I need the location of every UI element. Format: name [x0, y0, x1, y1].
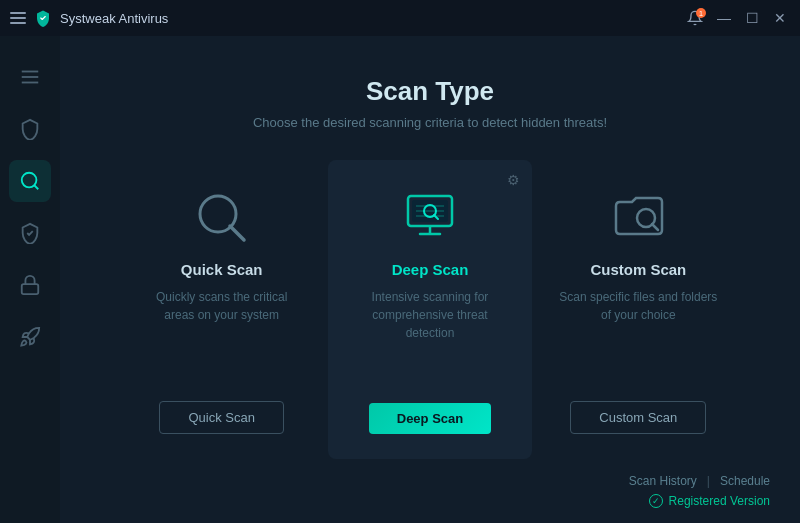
- registered-label: Registered Version: [669, 494, 770, 508]
- content-area: Scan Type Choose the desired scanning cr…: [60, 36, 800, 523]
- custom-scan-button[interactable]: Custom Scan: [570, 401, 706, 434]
- settings-gear-icon[interactable]: ⚙: [507, 172, 520, 188]
- custom-scan-icon: [603, 185, 673, 245]
- sidebar-item-menu[interactable]: [9, 56, 51, 98]
- close-button[interactable]: ✕: [770, 8, 790, 28]
- quick-scan-icon: [187, 185, 257, 245]
- svg-line-4: [34, 185, 38, 189]
- main-layout: Scan Type Choose the desired scanning cr…: [0, 36, 800, 523]
- page-subtitle: Choose the desired scanning criteria to …: [80, 115, 780, 130]
- sidebar: [0, 36, 60, 523]
- registered-badge: ✓ Registered Version: [649, 494, 770, 508]
- deep-scan-card: ⚙: [328, 160, 531, 459]
- deep-scan-desc: Intensive scanning for comprehensive thr…: [348, 288, 511, 381]
- custom-scan-card: Custom Scan Scan specific files and fold…: [537, 160, 740, 459]
- sidebar-item-rocket[interactable]: [9, 316, 51, 358]
- quick-scan-desc: Quickly scans the critical areas on your…: [140, 288, 303, 379]
- page-header: Scan Type Choose the desired scanning cr…: [60, 36, 800, 160]
- sidebar-item-check[interactable]: [9, 212, 51, 254]
- quick-scan-card: Quick Scan Quickly scans the critical ar…: [120, 160, 323, 459]
- sidebar-item-shield[interactable]: [9, 108, 51, 150]
- svg-point-3: [22, 173, 37, 188]
- quick-scan-button[interactable]: Quick Scan: [159, 401, 283, 434]
- footer-separator: |: [707, 474, 710, 488]
- deep-scan-icon: [395, 185, 465, 245]
- svg-line-7: [230, 226, 244, 240]
- svg-line-18: [652, 224, 658, 230]
- title-bar: Systweak Antivirus 1 — ☐ ✕: [0, 0, 800, 36]
- registered-icon: ✓: [649, 494, 663, 508]
- deep-scan-title: Deep Scan: [392, 261, 469, 278]
- footer-links: Scan History | Schedule: [629, 474, 770, 488]
- quick-scan-title: Quick Scan: [181, 261, 263, 278]
- custom-scan-desc: Scan specific files and folders of your …: [557, 288, 720, 379]
- deep-scan-button[interactable]: Deep Scan: [369, 403, 491, 434]
- scan-history-link[interactable]: Scan History: [629, 474, 697, 488]
- minimize-button[interactable]: —: [714, 8, 734, 28]
- hamburger-menu[interactable]: [10, 12, 26, 24]
- page-title: Scan Type: [80, 76, 780, 107]
- notification-icon[interactable]: 1: [684, 8, 706, 28]
- content-footer: Scan History | Schedule ✓ Registered Ver…: [60, 459, 800, 523]
- custom-scan-title: Custom Scan: [590, 261, 686, 278]
- maximize-button[interactable]: ☐: [742, 8, 762, 28]
- notif-badge: 1: [696, 8, 706, 18]
- footer-right: Scan History | Schedule ✓ Registered Ver…: [629, 474, 770, 508]
- svg-rect-5: [22, 284, 39, 294]
- title-bar-right: 1 — ☐ ✕: [684, 8, 790, 28]
- sidebar-item-scan[interactable]: [9, 160, 51, 202]
- schedule-link[interactable]: Schedule: [720, 474, 770, 488]
- title-bar-left: Systweak Antivirus: [10, 9, 168, 27]
- app-title: Systweak Antivirus: [60, 11, 168, 26]
- scan-cards-container: Quick Scan Quickly scans the critical ar…: [60, 160, 800, 459]
- sidebar-item-protection[interactable]: [9, 264, 51, 306]
- app-logo: [34, 9, 52, 27]
